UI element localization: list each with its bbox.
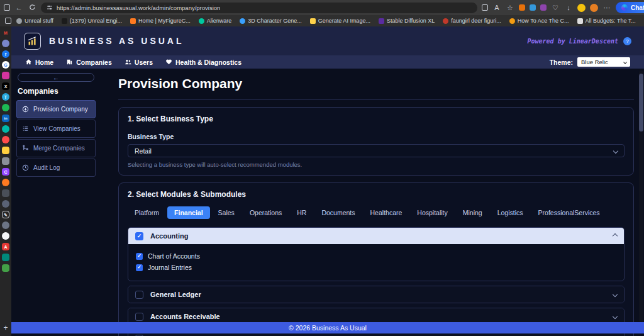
brand-title: BUSINESS AS USUAL [49,36,184,46]
checkbox-journal-entries[interactable]: ✓ [136,264,143,271]
extension-icon-3[interactable] [540,4,547,11]
tab-logistics[interactable]: Logistics [491,206,530,219]
tab-favicon[interactable]: A [2,243,9,250]
tab-favicon[interactable] [2,72,9,79]
tab-documents[interactable]: Documents [314,206,362,219]
refresh-button[interactable] [28,4,36,12]
bookmark[interactable]: Home | MyFigureC... [127,16,194,25]
page-viewport: BUSINESS AS USUAL Powered by LinearDesce… [11,26,644,336]
tab-favicon[interactable] [2,264,9,272]
bookmark[interactable]: Unreal stuff [13,16,57,25]
tab-favicon[interactable] [2,254,9,261]
users-icon [125,59,131,65]
profile-avatar[interactable] [577,4,586,12]
theme-select[interactable]: Blue Relic [577,57,630,67]
bookmark-favicon [310,18,316,24]
split-screen-icon[interactable] [482,4,488,11]
tab-professionalservices[interactable]: ProfessionalServices [531,206,607,219]
bookmark[interactable]: (1379) Unreal Engi... [58,16,125,25]
extension-icon-1[interactable] [519,4,525,11]
checkbox-accounting[interactable]: ✓ [135,232,143,240]
merge-icon [22,145,29,152]
tab-favicon[interactable]: T [2,93,9,101]
module-accounting: ✓ Accounting ✓ Chart of Accounts ✓ J [128,227,625,281]
tab-favicon[interactable]: X [2,82,9,90]
site-info-icon[interactable] [47,4,53,11]
help-badge[interactable]: ? [623,37,631,45]
tab-favicon[interactable] [2,125,9,133]
more-menu-icon[interactable]: ⋯ [602,4,611,11]
downloads-icon[interactable]: ↓ [564,4,573,11]
tab-favicon[interactable] [2,147,9,154]
bookmark[interactable]: Stable Diffusion XL [375,16,438,25]
bookmark[interactable]: How To Ace The C... [506,16,572,25]
module-header-accounting[interactable]: ✓ Accounting [128,228,624,244]
sidebar-item-merge-companies[interactable]: Merge Companies [16,139,96,157]
theme-label: Theme: [550,59,573,66]
nav-users[interactable]: Users [125,59,153,66]
browser-essentials-icon[interactable]: ♡ [551,4,560,11]
tab-operations[interactable]: Operations [243,206,289,219]
bookmark[interactable]: 3D Character Gene... [236,16,305,25]
nav-health-diagnostics[interactable]: Health & Diagnostics [165,59,242,66]
bookmark-favicon [16,18,22,24]
bookmark[interactable]: Generate AI Image... [307,16,374,25]
favorites-star-icon[interactable]: ☆ [506,4,514,11]
tab-favicon[interactable]: in [2,115,9,122]
checkbox-general-ledger[interactable] [135,291,143,299]
tab-favicon[interactable] [2,221,9,229]
bookmark[interactable]: faungirl deer figuri... [440,16,504,25]
tab-favicon[interactable]: M [2,29,9,36]
main-content: Provision Company 1. Select Business Typ… [99,69,644,336]
tab-favicon[interactable] [2,157,9,165]
tab-healthcare[interactable]: Healthcare [364,206,409,219]
tab-favicon[interactable]: G [2,61,9,69]
scrollbar-thumb[interactable] [639,74,643,132]
chevron-down-icon [623,60,627,64]
bookmark[interactable]: 26 Stuffed Bell Pep... [641,16,644,25]
tab-financial[interactable]: Financial [167,206,210,219]
sidebar-collapse-button[interactable]: ← [18,73,94,82]
address-bar[interactable]: https://admin.businessasusual.work/admin… [41,3,477,13]
business-type-section: 1. Select Business Type Business Type Re… [118,107,634,176]
extension-icon-2[interactable] [530,4,536,11]
nav-companies[interactable]: Companies [66,59,112,66]
tab-favicon[interactable] [2,136,9,143]
module-header-general-ledger[interactable]: General Ledger [128,286,624,303]
tab-favicon[interactable] [2,200,9,208]
apps-icon[interactable] [5,18,11,24]
checkbox-chart-of-accounts[interactable]: ✓ [136,253,143,260]
app-footer: © 2026 Business As Usual [11,322,644,333]
workspaces-icon[interactable] [4,4,10,11]
read-aloud-icon[interactable]: A [492,4,501,11]
tab-hospitality[interactable]: Hospitality [410,206,454,219]
active-tab-favicon[interactable]: ✎ [2,211,9,218]
sidebar-item-view-companies[interactable]: View Companies [16,120,96,138]
checkbox-accounts-receivable[interactable] [135,313,143,321]
profile-avatar-2[interactable] [590,4,598,12]
tab-favicon[interactable] [2,232,9,240]
bookmark[interactable]: All Budgets: The T... [574,16,639,25]
sidebar-item-audit-log[interactable]: Audit Log [16,159,96,177]
chat-button[interactable]: Chat [616,2,644,13]
tab-favicon[interactable] [2,40,9,47]
bookmark[interactable]: Alienware [196,16,235,25]
new-tab-button[interactable]: + [3,323,8,332]
tab-mining[interactable]: Mining [456,206,489,219]
tab-favicon[interactable] [2,179,9,186]
tab-favicon[interactable] [2,189,9,197]
tab-platform[interactable]: Platform [128,206,166,219]
modules-section: 2. Select Modules & Submodules Platform … [118,182,634,336]
bookmark-favicon [62,18,67,24]
sidebar-item-label: Audit Log [33,164,60,171]
nav-home[interactable]: Home [25,59,53,66]
tab-hr[interactable]: HR [290,206,313,219]
sidebar-item-provision-company[interactable]: Provision Company [16,100,96,118]
tab-favicon[interactable]: C [2,168,9,176]
tab-favicon[interactable] [2,104,9,111]
page-scrollbar[interactable] [639,70,643,322]
back-button[interactable]: ← [14,4,23,11]
business-type-select[interactable]: Retail [128,144,625,157]
tab-favicon[interactable]: f [2,50,9,58]
tab-sales[interactable]: Sales [211,206,242,219]
